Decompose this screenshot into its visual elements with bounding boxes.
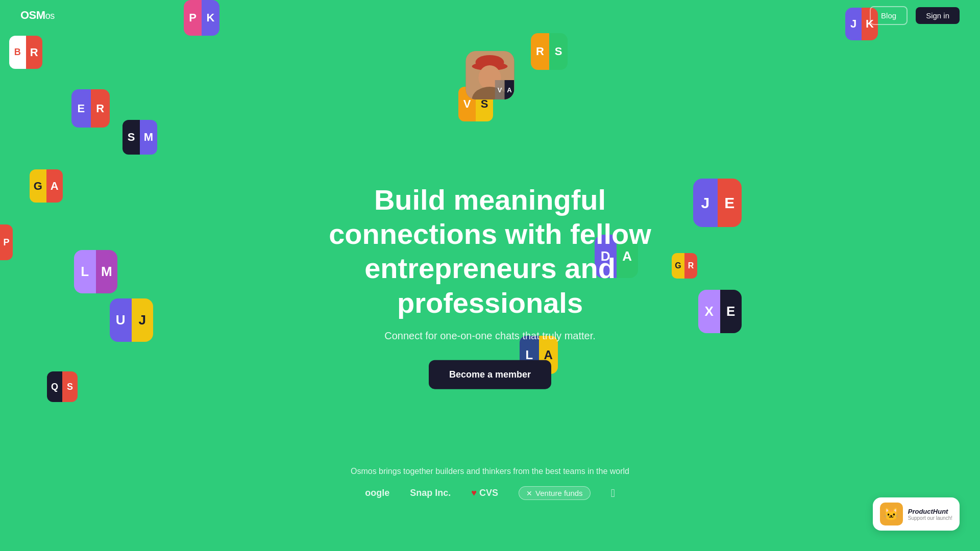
- av-r4: R: [684, 253, 697, 279]
- signin-button[interactable]: Sign in: [916, 7, 960, 24]
- av-r3: R: [91, 89, 110, 128]
- av-q: Q: [47, 371, 62, 402]
- avatar-card-xe: X E: [698, 290, 742, 333]
- avatar-card-er: E R: [71, 89, 110, 128]
- av-m2: M: [96, 250, 118, 293]
- avatar-card-rs: R S: [531, 33, 568, 70]
- avatar-card-je: J E: [693, 179, 742, 227]
- brand-cvs: CVS: [471, 488, 498, 498]
- av-s4: S: [62, 371, 78, 402]
- av-l: L: [74, 250, 96, 293]
- brand-apple: : [611, 487, 615, 500]
- av-x: X: [698, 290, 720, 333]
- av-e: E: [71, 89, 91, 128]
- hero-subtext: Connect for one-on-one chats that truly …: [311, 330, 669, 341]
- ph-title: ProductHunt: [908, 508, 952, 515]
- ph-text-block: ProductHunt Support our launch!: [908, 508, 952, 521]
- avatar-p-left: P: [0, 224, 13, 260]
- av-r: R: [26, 36, 43, 69]
- av-j2: J: [132, 298, 154, 342]
- av-r2: R: [531, 33, 549, 70]
- avatar-card-gr: G R: [672, 253, 697, 279]
- avatar-card-lm: L M: [74, 250, 117, 293]
- av-s2: S: [122, 120, 140, 155]
- bottom-tagline: Osmos brings together builders and think…: [286, 467, 694, 476]
- av-s: S: [549, 33, 568, 70]
- logo: OSMos: [20, 9, 55, 22]
- avatar-card-qs: Q S: [47, 371, 78, 402]
- av-u: U: [110, 298, 132, 342]
- av-j: J: [693, 179, 718, 227]
- become-member-button[interactable]: Become a member: [429, 360, 551, 389]
- ph-cat-icon: 🐱: [880, 503, 903, 525]
- hero-section: Build meaningful connections with fellow…: [311, 183, 669, 389]
- navbar: OSMos Blog Sign in: [0, 0, 980, 31]
- avatar-card-br: B R: [9, 36, 42, 69]
- av-m: M: [140, 120, 157, 155]
- brand-venture: ✕ Venture funds: [519, 486, 591, 500]
- producthunt-badge[interactable]: 🐱 ProductHunt Support our launch!: [873, 497, 960, 531]
- brand-snap: Snap Inc.: [410, 488, 451, 498]
- brand-google: oogle: [365, 488, 389, 498]
- va-v: V: [495, 80, 505, 99]
- blog-button[interactable]: Blog: [870, 6, 908, 25]
- ph-sub: Support our launch!: [908, 515, 952, 521]
- av-e2: E: [718, 179, 742, 227]
- avatar-card-uj: U J: [110, 298, 153, 342]
- av-a: A: [46, 169, 63, 203]
- avatar-card-sm: S M: [122, 120, 157, 155]
- av-e3: E: [720, 290, 742, 333]
- bottom-section: Osmos brings together builders and think…: [286, 467, 694, 500]
- va-a: A: [505, 80, 514, 99]
- photo-avatar: V A: [466, 51, 514, 99]
- brands-row: oogle Snap Inc. CVS ✕ Venture funds : [286, 486, 694, 500]
- venture-x-icon: ✕: [526, 489, 532, 497]
- hero-headline: Build meaningful connections with fellow…: [311, 183, 669, 320]
- av-b: B: [9, 36, 26, 69]
- av-g2: G: [672, 253, 684, 279]
- av-g: G: [30, 169, 46, 203]
- avatar-card-ga: G A: [30, 169, 63, 203]
